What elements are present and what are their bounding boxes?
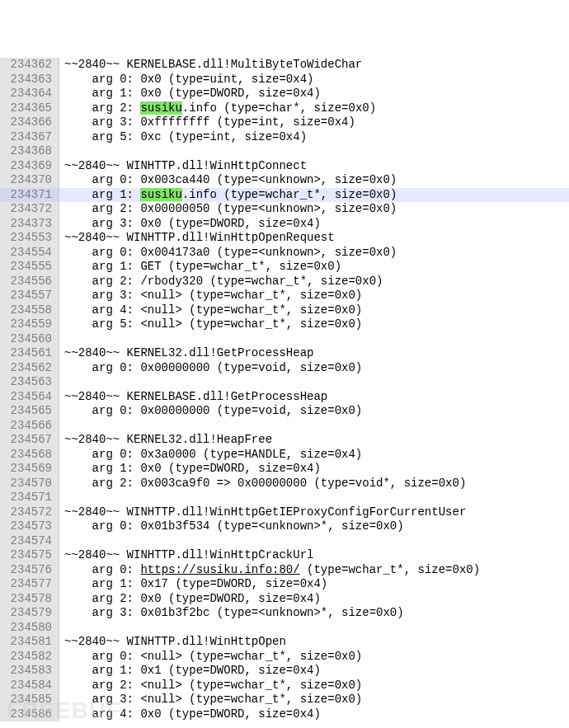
code-content[interactable]: arg 3: <null> (type=wchar_t*, size=0x0) [59, 289, 569, 303]
code-content[interactable]: arg 2: 0x0 (type=DWORD, size=0x4) [59, 592, 569, 607]
code-content[interactable]: arg 1: susiku.info (type=wchar_t*, size=… [59, 188, 569, 203]
code-line[interactable]: 234562 arg 0: 0x00000000 (type=void, siz… [0, 361, 569, 376]
code-content[interactable]: arg 1: 0x17 (type=DWORD, size=0x4) [59, 577, 569, 592]
code-line[interactable]: 234567~~2840~~ KERNEL32.dll!HeapFree [0, 433, 569, 448]
code-content[interactable]: arg 0: https://susiku.info:80/ (type=wch… [59, 563, 569, 578]
code-line[interactable]: 234584 arg 2: <null> (type=wchar_t*, siz… [0, 679, 569, 693]
code-content[interactable]: arg 0: 0x3a0000 (type=HANDLE, size=0x4) [59, 448, 569, 463]
code-content[interactable]: ~~2840~~ WINHTTP.dll!WinHttpCrackUrl [59, 548, 569, 563]
code-content[interactable] [59, 419, 569, 434]
code-content[interactable]: arg 0: 0x0 (type=uint, size=0x4) [59, 73, 569, 87]
line-number: 234583 [0, 664, 59, 679]
code-line[interactable]: 234363 arg 0: 0x0 (type=uint, size=0x4) [0, 73, 569, 87]
code-content[interactable]: arg 2: 0x003ca9f0 => 0x00000000 (type=vo… [59, 477, 569, 491]
code-line[interactable]: 234572~~2840~~ WINHTTP.dll!WinHttpGetIEP… [0, 505, 569, 520]
code-content[interactable]: ~~2840~~ WINHTTP.dll!WinHttpOpen [59, 635, 569, 650]
code-content[interactable]: arg 3: 0x01b3f2bc (type=<unknown>*, size… [59, 606, 569, 621]
code-content[interactable]: arg 0: 0x00000000 (type=void, size=0x0) [59, 404, 569, 419]
code-line[interactable]: 234558 arg 4: <null> (type=wchar_t*, siz… [0, 303, 569, 318]
code-line[interactable]: 234565 arg 0: 0x00000000 (type=void, siz… [0, 404, 569, 419]
line-number: 234566 [0, 419, 59, 434]
code-content[interactable]: arg 3: 0xffffffff (type=int, size=0x4) [59, 115, 569, 130]
line-number: 234366 [0, 115, 59, 130]
line-number: 234576 [0, 563, 59, 578]
code-line[interactable]: 234370 arg 0: 0x003ca440 (type=<unknown>… [0, 173, 569, 188]
code-line[interactable]: 234576 arg 0: https://susiku.info:80/ (t… [0, 563, 569, 578]
line-number: 234572 [0, 505, 59, 520]
code-content[interactable]: arg 1: GET (type=wchar_t*, size=0x0) [59, 260, 569, 275]
code-content[interactable]: ~~2840~~ WINHTTP.dll!WinHttpGetIEProxyCo… [59, 505, 569, 520]
code-content[interactable]: arg 0: 0x003ca440 (type=<unknown>, size=… [59, 173, 569, 188]
code-content[interactable] [59, 491, 569, 505]
code-line[interactable]: 234564~~2840~~ KERNELBASE.dll!GetProcess… [0, 390, 569, 405]
code-line[interactable]: 234569 arg 1: 0x0 (type=DWORD, size=0x4) [0, 462, 569, 477]
code-content[interactable]: arg 4: <null> (type=wchar_t*, size=0x0) [59, 303, 569, 318]
code-content[interactable]: ~~2840~~ KERNEL32.dll!GetProcessHeap [59, 346, 569, 361]
code-content[interactable]: arg 3: 0x0 (type=DWORD, size=0x4) [59, 217, 569, 232]
code-line[interactable]: 234585 arg 3: <null> (type=wchar_t*, siz… [0, 693, 569, 707]
code-line[interactable]: 234583 arg 1: 0x1 (type=DWORD, size=0x4) [0, 664, 569, 679]
code-line[interactable]: 234559 arg 5: <null> (type=wchar_t*, siz… [0, 317, 569, 332]
code-content[interactable]: arg 5: 0xc (type=int, size=0x4) [59, 130, 569, 145]
code-line[interactable]: 234367 arg 5: 0xc (type=int, size=0x4) [0, 130, 569, 145]
code-content[interactable] [59, 332, 569, 347]
code-line[interactable]: 234369~~2840~~ WINHTTP.dll!WinHttpConnec… [0, 159, 569, 174]
code-line[interactable]: 234570 arg 2: 0x003ca9f0 => 0x00000000 (… [0, 477, 569, 491]
code-line[interactable]: 234560 [0, 332, 569, 347]
code-line[interactable]: 234586 arg 4: 0x0 (type=DWORD, size=0x4) [0, 707, 569, 722]
code-line[interactable]: 234571 [0, 491, 569, 505]
code-content[interactable]: ~~2840~~ KERNELBASE.dll!MultiByteToWideC… [59, 58, 569, 73]
code-line[interactable]: 234371 arg 1: susiku.info (type=wchar_t*… [0, 188, 569, 203]
code-content[interactable]: arg 0: 0x01b3f534 (type=<unknown>*, size… [59, 519, 569, 534]
code-line[interactable]: 234573 arg 0: 0x01b3f534 (type=<unknown>… [0, 519, 569, 534]
code-content[interactable]: arg 1: 0x0 (type=DWORD, size=0x4) [59, 87, 569, 101]
code-line[interactable]: 234575~~2840~~ WINHTTP.dll!WinHttpCrackU… [0, 548, 569, 563]
code-content[interactable]: ~~2840~~ KERNEL32.dll!HeapFree [59, 433, 569, 448]
code-line[interactable]: 234581~~2840~~ WINHTTP.dll!WinHttpOpen [0, 635, 569, 650]
line-number: 234584 [0, 679, 59, 693]
code-line[interactable]: 234373 arg 3: 0x0 (type=DWORD, size=0x4) [0, 217, 569, 232]
code-content[interactable]: arg 4: 0x0 (type=DWORD, size=0x4) [59, 707, 569, 722]
code-editor[interactable]: 234362~~2840~~ KERNELBASE.dll!MultiByteT… [0, 58, 569, 721]
code-content[interactable]: arg 1: 0x0 (type=DWORD, size=0x4) [59, 462, 569, 477]
code-content[interactable]: arg 2: 0x00000050 (type=<unknown>, size=… [59, 202, 569, 217]
code-content[interactable]: arg 2: <null> (type=wchar_t*, size=0x0) [59, 679, 569, 693]
url-link[interactable]: https://susiku.info:80/ [140, 563, 299, 576]
code-content[interactable]: arg 2: /rbody320 (type=wchar_t*, size=0x… [59, 275, 569, 289]
code-line[interactable]: 234563 [0, 375, 569, 390]
code-line[interactable]: 234365 arg 2: susiku.info (type=char*, s… [0, 101, 569, 116]
code-content[interactable]: ~~2840~~ KERNELBASE.dll!GetProcessHeap [59, 390, 569, 405]
code-content[interactable]: arg 5: <null> (type=wchar_t*, size=0x0) [59, 317, 569, 332]
code-line[interactable]: 234582 arg 0: <null> (type=wchar_t*, siz… [0, 650, 569, 665]
code-line[interactable]: 234574 [0, 534, 569, 549]
code-line[interactable]: 234556 arg 2: /rbody320 (type=wchar_t*, … [0, 275, 569, 289]
code-content[interactable] [59, 534, 569, 549]
code-line[interactable]: 234553~~2840~~ WINHTTP.dll!WinHttpOpenRe… [0, 231, 569, 246]
code-line[interactable]: 234578 arg 2: 0x0 (type=DWORD, size=0x4) [0, 592, 569, 607]
code-content[interactable] [59, 621, 569, 636]
code-line[interactable]: 234364 arg 1: 0x0 (type=DWORD, size=0x4) [0, 87, 569, 101]
code-content[interactable]: arg 1: 0x1 (type=DWORD, size=0x4) [59, 664, 569, 679]
code-line[interactable]: 234368 [0, 144, 569, 159]
code-line[interactable]: 234554 arg 0: 0x004173a0 (type=<unknown>… [0, 246, 569, 261]
code-line[interactable]: 234580 [0, 621, 569, 636]
code-line[interactable]: 234579 arg 3: 0x01b3f2bc (type=<unknown>… [0, 606, 569, 621]
code-content[interactable] [59, 375, 569, 390]
code-content[interactable]: arg 0: 0x004173a0 (type=<unknown>, size=… [59, 246, 569, 261]
code-line[interactable]: 234557 arg 3: <null> (type=wchar_t*, siz… [0, 289, 569, 303]
code-content[interactable]: arg 2: susiku.info (type=char*, size=0x0… [59, 101, 569, 116]
code-line[interactable]: 234568 arg 0: 0x3a0000 (type=HANDLE, siz… [0, 448, 569, 463]
code-line[interactable]: 234372 arg 2: 0x00000050 (type=<unknown>… [0, 202, 569, 217]
code-content[interactable]: arg 0: <null> (type=wchar_t*, size=0x0) [59, 650, 569, 665]
code-content[interactable]: arg 0: 0x00000000 (type=void, size=0x0) [59, 361, 569, 376]
code-content[interactable]: ~~2840~~ WINHTTP.dll!WinHttpOpenRequest [59, 231, 569, 246]
code-line[interactable]: 234555 arg 1: GET (type=wchar_t*, size=0… [0, 260, 569, 275]
code-content[interactable]: ~~2840~~ WINHTTP.dll!WinHttpConnect [59, 159, 569, 174]
code-line[interactable]: 234577 arg 1: 0x17 (type=DWORD, size=0x4… [0, 577, 569, 592]
code-content[interactable] [59, 144, 569, 159]
code-line[interactable]: 234566 [0, 419, 569, 434]
code-line[interactable]: 234561~~2840~~ KERNEL32.dll!GetProcessHe… [0, 346, 569, 361]
code-line[interactable]: 234362~~2840~~ KERNELBASE.dll!MultiByteT… [0, 58, 569, 73]
code-content[interactable]: arg 3: <null> (type=wchar_t*, size=0x0) [59, 693, 569, 707]
code-line[interactable]: 234366 arg 3: 0xffffffff (type=int, size… [0, 115, 569, 130]
